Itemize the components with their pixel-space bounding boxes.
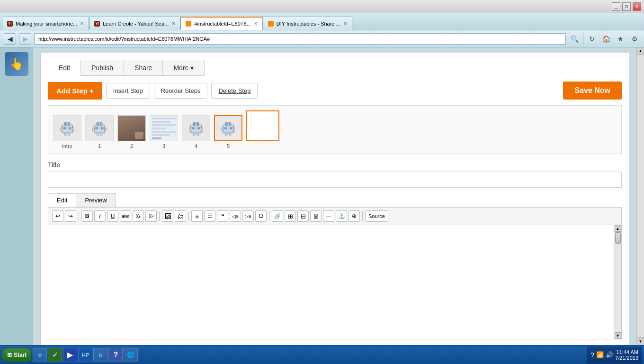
logo-box[interactable]: 👆 [5, 52, 28, 76]
step-thumb-4[interactable] [182, 115, 210, 141]
clock-display[interactable]: 11:44 AM 7/21/2013 [615, 349, 638, 361]
tray-volume-icon[interactable]: 🔊 [606, 351, 613, 358]
tab-close-2[interactable]: ✕ [171, 21, 175, 26]
home-button[interactable]: 🏠 [600, 33, 612, 45]
step-item-new[interactable] [246, 110, 279, 149]
step-thumb-intro[interactable] [53, 115, 81, 141]
step-thumb-2[interactable] [117, 115, 146, 141]
minimize-button[interactable]: _ [612, 2, 620, 11]
rte-table2-button[interactable]: ⊟ [297, 210, 309, 222]
step-item-intro[interactable]: intro [53, 115, 81, 149]
title-input[interactable] [48, 172, 622, 188]
rte-image-button[interactable]: 🖼 [162, 210, 173, 222]
browser-scroll-down[interactable]: ▼ [637, 337, 644, 345]
rte-underline-button[interactable]: U [107, 210, 118, 222]
tab-close-4[interactable]: ✕ [343, 21, 347, 26]
rte-superscript-button[interactable]: X² [145, 210, 157, 222]
reorder-steps-button[interactable]: Reorder Steps [154, 83, 208, 99]
rte-table3-button[interactable]: ⊠ [310, 210, 322, 222]
tab-more[interactable]: More ▾ [162, 60, 205, 76]
windows-logo: ⊞ [7, 352, 12, 358]
rte-table-button[interactable]: ⊞ [285, 210, 296, 222]
scroll-thumb[interactable] [615, 232, 621, 244]
rte-unordered-list-button[interactable]: ☰ [204, 210, 215, 222]
rte-ordered-list-button[interactable]: ≡ [191, 210, 203, 222]
tray-network-icon[interactable]: 📶 [596, 351, 604, 358]
system-tray: ? 📶 🔊 11:44 AM 7/21/2013 [587, 346, 642, 364]
step-thumb-3[interactable] [150, 115, 178, 141]
tab-edit[interactable]: Edit [48, 60, 80, 76]
tab-diy[interactable]: DIY Instructables - Share ... ✕ [263, 17, 352, 30]
tab-bar: Y! Making your smartphone... ✕ Y! Learn … [0, 13, 644, 30]
refresh-button[interactable]: ↻ [586, 33, 598, 45]
step-item-3[interactable]: 3 [150, 115, 178, 149]
tab-learn-creole[interactable]: Y! Learn Creole - Yahoo! Sea... ✕ [89, 17, 180, 30]
favorites-button[interactable]: ★ [615, 33, 626, 45]
taskbar-network-icon[interactable]: 🌐 [124, 348, 138, 362]
back-button[interactable]: ◀ [4, 33, 16, 45]
maximize-button[interactable]: □ [622, 2, 631, 11]
taskbar-hp-icon[interactable]: HP [78, 348, 92, 362]
rte-link-button[interactable]: 🔗 [272, 210, 283, 222]
start-button[interactable]: ⊞ Start [2, 348, 32, 362]
tab-publish[interactable]: Publish [80, 60, 124, 76]
rte-blockquote-button[interactable]: ❝ [217, 210, 228, 222]
taskbar-media-icon[interactable]: ▶ [63, 348, 77, 362]
tab-share[interactable]: Share [124, 60, 162, 76]
rte-undo-button[interactable]: ↩ [52, 210, 63, 222]
rte-anchor-button[interactable]: ⚓ [336, 210, 347, 222]
add-step-button[interactable]: Add Step + [48, 82, 102, 100]
taskbar-ie2-icon[interactable]: e [93, 348, 107, 362]
rte-indent-less-button[interactable]: ◁≡ [230, 210, 241, 222]
tab-instructable-active[interactable]: #instructableId=E60T6... ✕ [180, 17, 263, 30]
step-thumb-1[interactable] [85, 115, 114, 141]
address-bar[interactable] [34, 33, 566, 45]
rte-source-button[interactable]: Source [365, 210, 388, 222]
title-label: Title [48, 161, 622, 169]
step-item-5[interactable]: 5 [214, 115, 242, 149]
tab-close-1[interactable]: ✕ [80, 21, 84, 26]
rte-indent-more-button[interactable]: ▷≡ [242, 210, 254, 222]
rte-hr-button[interactable]: — [323, 210, 334, 222]
scroll-down-button[interactable]: ▼ [615, 332, 621, 339]
rte-editable[interactable] [48, 225, 614, 339]
rte-scrollbar[interactable]: ▲ ▼ [614, 225, 621, 339]
rte-bold-button[interactable]: B [81, 210, 93, 222]
rte-separator-2 [159, 211, 160, 221]
rte-embed-button[interactable]: ⊕ [349, 210, 360, 222]
save-now-button[interactable]: Save Now [563, 82, 622, 100]
rte-italic-button[interactable]: I [94, 210, 106, 222]
logo-icon: 👆 [9, 57, 24, 71]
rte-strikethrough-button[interactable]: abc [120, 210, 131, 222]
step-item-2[interactable]: 2 [117, 115, 146, 149]
rte-redo-button[interactable]: ↪ [65, 210, 76, 222]
insert-step-button[interactable]: Insert Step [106, 83, 150, 99]
taskbar-check-icon[interactable]: ✓ [48, 348, 62, 362]
settings-icon[interactable]: ⚙ [629, 33, 640, 45]
step-item-1[interactable]: 1 [85, 115, 114, 149]
taskbar-help-icon[interactable]: ? [108, 348, 123, 362]
close-button[interactable]: ✕ [633, 2, 641, 11]
browser-scroll-up[interactable]: ▲ [637, 47, 644, 55]
taskbar-ie-icon[interactable]: e [33, 348, 47, 362]
search-icon[interactable]: 🔍 [569, 33, 580, 45]
delete-step-button[interactable]: Delete Step [211, 83, 258, 99]
svg-rect-39 [229, 132, 231, 136]
rte-subscript-button[interactable]: X₂ [133, 210, 144, 222]
forward-button[interactable]: ▶ [19, 33, 31, 45]
step-thumb-new[interactable] [246, 110, 279, 141]
tray-question-icon[interactable]: ? [590, 351, 594, 359]
browser-scrollbar[interactable]: ▲ ▼ [636, 47, 644, 345]
rte-special-char-button[interactable]: Ω [255, 210, 267, 222]
tab-close-3[interactable]: ✕ [254, 21, 258, 26]
rte-image2-button[interactable]: 🗂 [175, 210, 186, 222]
rte-separator-4 [269, 211, 269, 221]
sub-tab-edit[interactable]: Edit [48, 193, 76, 207]
tab-favicon-yahoo2: Y! [94, 21, 100, 27]
sub-tab-preview[interactable]: Preview [76, 193, 116, 207]
address-input[interactable] [38, 36, 562, 42]
scroll-up-button[interactable]: ▲ [615, 225, 621, 232]
step-item-4[interactable]: 4 [182, 115, 210, 149]
tab-making-smartphone[interactable]: Y! Making your smartphone... ✕ [2, 17, 89, 30]
step-thumb-5[interactable] [214, 115, 242, 141]
